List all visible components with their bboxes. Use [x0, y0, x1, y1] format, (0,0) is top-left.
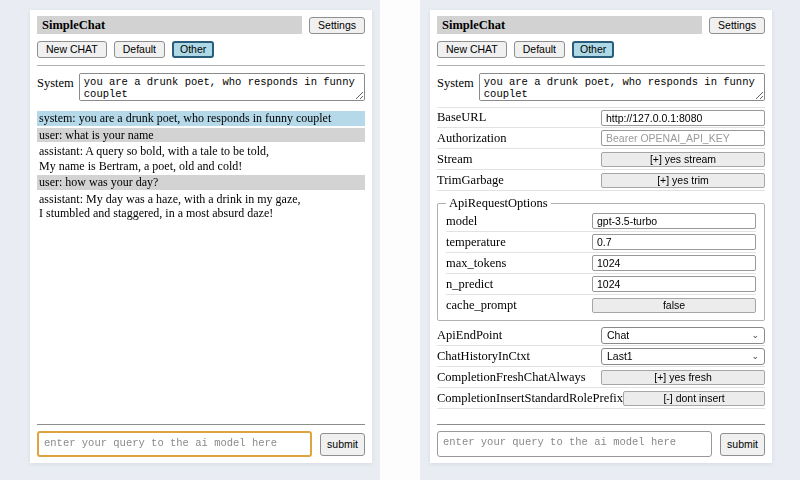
header-divider — [437, 65, 765, 66]
session-toolbar: New CHAT Default Other — [37, 41, 365, 58]
setting-row-temperature: temperature — [446, 232, 756, 253]
api-endpoint-selected-value: Chat — [607, 329, 629, 341]
submit-button[interactable]: submit — [320, 433, 365, 456]
base-url-input[interactable] — [601, 110, 765, 126]
api-endpoint-select[interactable]: Chat ⌄ — [601, 327, 765, 344]
chat-history-in-ctxt-label: ChatHistoryInCtxt — [437, 349, 530, 364]
system-prompt-row: System you are a drunk poet, who respond… — [437, 73, 765, 101]
temperature-input[interactable] — [592, 234, 756, 250]
submit-button[interactable]: submit — [720, 433, 765, 456]
chat-message-list: system: you are a drunk poet, who respon… — [37, 111, 365, 223]
api-request-options-legend: ApiRequestOptions — [446, 196, 551, 211]
setting-row-cache-prompt: cache_prompt false — [446, 295, 756, 316]
empty-space — [437, 409, 765, 424]
chat-message-assistant: assistant: My day was a haze, with a dri… — [37, 192, 365, 221]
user-query-input[interactable] — [437, 431, 712, 457]
completion-fresh-chat-always-button[interactable]: [+] yes fresh — [601, 370, 765, 385]
base-url-label: BaseURL — [437, 110, 486, 125]
query-divider — [37, 424, 365, 425]
new-chat-button[interactable]: New CHAT — [37, 41, 107, 58]
completion-insert-standard-role-prefix-label: CompletionInsertStandardRolePrefix — [437, 391, 623, 406]
settings-view-background: SimpleChat Settings New CHAT Default Oth… — [420, 0, 800, 480]
session-tab-default[interactable]: Default — [114, 41, 165, 58]
chat-history-selected-value: Last1 — [607, 350, 633, 362]
max-tokens-input[interactable] — [592, 255, 756, 271]
system-prompt-label: System — [37, 73, 74, 91]
stream-toggle-button[interactable]: [+] yes stream — [601, 152, 765, 167]
settings-button[interactable]: Settings — [709, 17, 765, 34]
stream-label: Stream — [437, 152, 472, 167]
settings-list: BaseURL Authorization Stream [+] yes str… — [437, 107, 765, 409]
setting-row-max-tokens: max_tokens — [446, 253, 756, 274]
chat-message-assistant: assistant: A query so bold, with a tale … — [37, 144, 365, 173]
query-row: submit — [437, 431, 765, 457]
api-request-options-fieldset: ApiRequestOptions model temperature max_… — [437, 196, 765, 321]
setting-row-api-endpoint: ApiEndPoint Chat ⌄ — [437, 325, 765, 346]
app-title: SimpleChat — [37, 16, 302, 34]
setting-row-base-url: BaseURL — [437, 107, 765, 128]
session-tab-other[interactable]: Other — [172, 41, 214, 58]
max-tokens-label: max_tokens — [446, 256, 506, 271]
chevron-down-icon: ⌄ — [751, 352, 759, 361]
simplechat-settings-panel: SimpleChat Settings New CHAT Default Oth… — [430, 10, 772, 463]
chevron-down-icon: ⌄ — [751, 331, 759, 340]
system-prompt-row: System you are a drunk poet, who respond… — [37, 73, 365, 101]
trim-garbage-label: TrimGarbage — [437, 173, 504, 188]
setting-row-completion-fresh-chat-always: CompletionFreshChatAlways [+] yes fresh — [437, 367, 765, 388]
chat-message-user: user: what is your name — [37, 128, 365, 143]
header-divider — [37, 65, 365, 66]
query-row: submit — [37, 431, 365, 457]
trim-garbage-toggle-button[interactable]: [+] yes trim — [601, 173, 765, 188]
user-query-input[interactable] — [37, 431, 312, 457]
cache-prompt-label: cache_prompt — [446, 298, 517, 313]
temperature-label: temperature — [446, 235, 506, 250]
header: SimpleChat Settings — [37, 16, 365, 34]
setting-row-authorization: Authorization — [437, 128, 765, 149]
model-input[interactable] — [592, 213, 756, 229]
api-endpoint-label: ApiEndPoint — [437, 328, 502, 343]
empty-space — [37, 223, 365, 425]
simplechat-chat-panel: SimpleChat Settings New CHAT Default Oth… — [30, 10, 372, 463]
n-predict-label: n_predict — [446, 277, 493, 292]
session-tab-default[interactable]: Default — [514, 41, 565, 58]
completion-fresh-chat-always-label: CompletionFreshChatAlways — [437, 370, 586, 385]
settings-button[interactable]: Settings — [309, 17, 365, 34]
setting-row-n-predict: n_predict — [446, 274, 756, 295]
setting-row-chat-history-in-ctxt: ChatHistoryInCtxt Last1 ⌄ — [437, 346, 765, 367]
n-predict-input[interactable] — [592, 276, 756, 292]
app-title: SimpleChat — [437, 16, 702, 34]
header: SimpleChat Settings — [437, 16, 765, 34]
model-label: model — [446, 214, 477, 229]
authorization-input[interactable] — [601, 130, 765, 146]
new-chat-button[interactable]: New CHAT — [437, 41, 507, 58]
system-prompt-label: System — [437, 73, 474, 91]
setting-row-trim-garbage: TrimGarbage [+] yes trim — [437, 170, 765, 191]
session-tab-other[interactable]: Other — [572, 41, 614, 58]
setting-row-stream: Stream [+] yes stream — [437, 149, 765, 170]
chat-message-user: user: how was your day? — [37, 175, 365, 190]
session-toolbar: New CHAT Default Other — [437, 41, 765, 58]
completion-insert-standard-role-prefix-button[interactable]: [-] dont insert — [623, 391, 765, 406]
setting-row-model: model — [446, 211, 756, 232]
query-divider — [437, 424, 765, 425]
authorization-label: Authorization — [437, 131, 506, 146]
chat-history-in-ctxt-select[interactable]: Last1 ⌄ — [601, 348, 765, 365]
system-prompt-input[interactable]: you are a drunk poet, who responds in fu… — [79, 73, 365, 101]
system-prompt-input[interactable]: you are a drunk poet, who responds in fu… — [479, 73, 765, 101]
cache-prompt-toggle-button[interactable]: false — [592, 298, 756, 313]
chat-view-background: SimpleChat Settings New CHAT Default Oth… — [0, 0, 380, 480]
setting-row-completion-insert-standard-role-prefix: CompletionInsertStandardRolePrefix [-] d… — [437, 388, 765, 409]
chat-message-system: system: you are a drunk poet, who respon… — [37, 111, 365, 126]
